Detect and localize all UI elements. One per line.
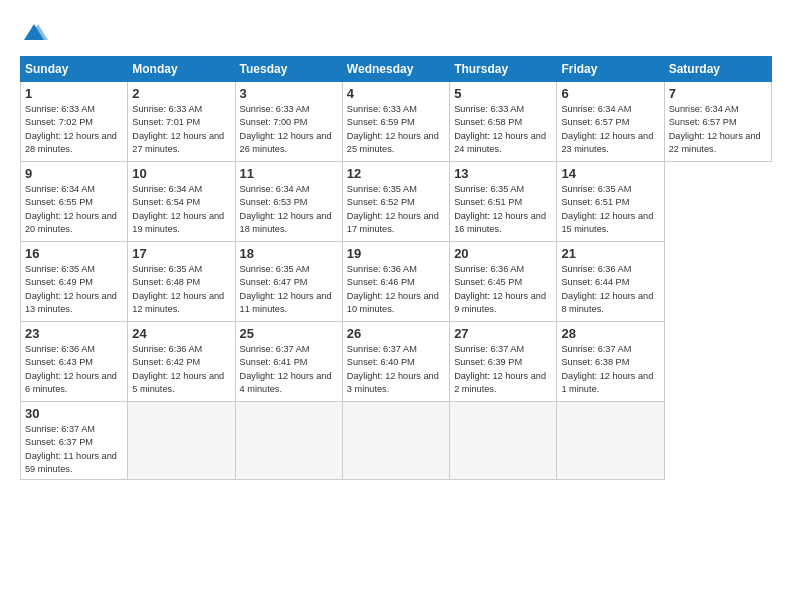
day-number: 5 bbox=[454, 86, 552, 101]
sunset-label: Sunset: 6:58 PM bbox=[454, 117, 522, 127]
day-number: 25 bbox=[240, 326, 338, 341]
calendar-cell: 2Sunrise: 6:33 AMSunset: 7:01 PMDaylight… bbox=[128, 82, 235, 162]
sunset-label: Sunset: 6:57 PM bbox=[561, 117, 629, 127]
daylight-label: Daylight: 12 hours and 26 minutes. bbox=[240, 131, 332, 154]
day-info: Sunrise: 6:33 AMSunset: 7:01 PMDaylight:… bbox=[132, 103, 230, 156]
sunrise-label: Sunrise: 6:37 AM bbox=[25, 424, 95, 434]
sunset-label: Sunset: 6:51 PM bbox=[561, 197, 629, 207]
calendar-cell: 17Sunrise: 6:35 AMSunset: 6:48 PMDayligh… bbox=[128, 242, 235, 322]
day-header-friday: Friday bbox=[557, 57, 664, 82]
day-header-sunday: Sunday bbox=[21, 57, 128, 82]
day-number: 10 bbox=[132, 166, 230, 181]
day-info: Sunrise: 6:36 AMSunset: 6:45 PMDaylight:… bbox=[454, 263, 552, 316]
daylight-label: Daylight: 12 hours and 23 minutes. bbox=[561, 131, 653, 154]
calendar-cell: 30Sunrise: 6:37 AMSunset: 6:37 PMDayligh… bbox=[21, 402, 128, 480]
day-number: 28 bbox=[561, 326, 659, 341]
sunrise-label: Sunrise: 6:34 AM bbox=[240, 184, 310, 194]
calendar-cell: 3Sunrise: 6:33 AMSunset: 7:00 PMDaylight… bbox=[235, 82, 342, 162]
day-info: Sunrise: 6:37 AMSunset: 6:40 PMDaylight:… bbox=[347, 343, 445, 396]
sunset-label: Sunset: 6:40 PM bbox=[347, 357, 415, 367]
sunset-label: Sunset: 6:55 PM bbox=[25, 197, 93, 207]
sunrise-label: Sunrise: 6:36 AM bbox=[347, 264, 417, 274]
day-number: 19 bbox=[347, 246, 445, 261]
calendar-cell: 27Sunrise: 6:37 AMSunset: 6:39 PMDayligh… bbox=[450, 322, 557, 402]
sunrise-label: Sunrise: 6:33 AM bbox=[25, 104, 95, 114]
calendar-cell: 18Sunrise: 6:35 AMSunset: 6:47 PMDayligh… bbox=[235, 242, 342, 322]
calendar-cell: 19Sunrise: 6:36 AMSunset: 6:46 PMDayligh… bbox=[342, 242, 449, 322]
daylight-label: Daylight: 12 hours and 17 minutes. bbox=[347, 211, 439, 234]
daylight-label: Daylight: 12 hours and 20 minutes. bbox=[25, 211, 117, 234]
daylight-label: Daylight: 12 hours and 1 minute. bbox=[561, 371, 653, 394]
sunset-label: Sunset: 6:42 PM bbox=[132, 357, 200, 367]
calendar-cell: 20Sunrise: 6:36 AMSunset: 6:45 PMDayligh… bbox=[450, 242, 557, 322]
sunrise-label: Sunrise: 6:37 AM bbox=[347, 344, 417, 354]
day-number: 27 bbox=[454, 326, 552, 341]
calendar-cell: 11Sunrise: 6:34 AMSunset: 6:53 PMDayligh… bbox=[235, 162, 342, 242]
calendar-cell: 16Sunrise: 6:35 AMSunset: 6:49 PMDayligh… bbox=[21, 242, 128, 322]
sunrise-label: Sunrise: 6:37 AM bbox=[240, 344, 310, 354]
sunrise-label: Sunrise: 6:35 AM bbox=[25, 264, 95, 274]
sunrise-label: Sunrise: 6:37 AM bbox=[454, 344, 524, 354]
calendar-cell: 4Sunrise: 6:33 AMSunset: 6:59 PMDaylight… bbox=[342, 82, 449, 162]
day-number: 20 bbox=[454, 246, 552, 261]
day-number: 23 bbox=[25, 326, 123, 341]
calendar-cell bbox=[235, 402, 342, 480]
sunset-label: Sunset: 6:41 PM bbox=[240, 357, 308, 367]
week-row-2: 9Sunrise: 6:34 AMSunset: 6:55 PMDaylight… bbox=[21, 162, 772, 242]
day-info: Sunrise: 6:35 AMSunset: 6:52 PMDaylight:… bbox=[347, 183, 445, 236]
day-number: 30 bbox=[25, 406, 123, 421]
day-info: Sunrise: 6:33 AMSunset: 6:59 PMDaylight:… bbox=[347, 103, 445, 156]
daylight-label: Daylight: 12 hours and 28 minutes. bbox=[25, 131, 117, 154]
day-number: 2 bbox=[132, 86, 230, 101]
sunrise-label: Sunrise: 6:36 AM bbox=[132, 344, 202, 354]
sunrise-label: Sunrise: 6:33 AM bbox=[347, 104, 417, 114]
calendar-table: SundayMondayTuesdayWednesdayThursdayFrid… bbox=[20, 56, 772, 480]
calendar-cell bbox=[342, 402, 449, 480]
daylight-label: Daylight: 12 hours and 19 minutes. bbox=[132, 211, 224, 234]
day-info: Sunrise: 6:34 AMSunset: 6:57 PMDaylight:… bbox=[561, 103, 659, 156]
sunset-label: Sunset: 6:37 PM bbox=[25, 437, 93, 447]
calendar-cell: 5Sunrise: 6:33 AMSunset: 6:58 PMDaylight… bbox=[450, 82, 557, 162]
day-number: 24 bbox=[132, 326, 230, 341]
day-info: Sunrise: 6:37 AMSunset: 6:37 PMDaylight:… bbox=[25, 423, 123, 476]
calendar-cell bbox=[128, 402, 235, 480]
sunrise-label: Sunrise: 6:36 AM bbox=[454, 264, 524, 274]
daylight-label: Daylight: 12 hours and 10 minutes. bbox=[347, 291, 439, 314]
calendar-cell: 6Sunrise: 6:34 AMSunset: 6:57 PMDaylight… bbox=[557, 82, 664, 162]
sunset-label: Sunset: 7:02 PM bbox=[25, 117, 93, 127]
day-header-saturday: Saturday bbox=[664, 57, 771, 82]
calendar-cell: 23Sunrise: 6:36 AMSunset: 6:43 PMDayligh… bbox=[21, 322, 128, 402]
day-number: 11 bbox=[240, 166, 338, 181]
daylight-label: Daylight: 12 hours and 9 minutes. bbox=[454, 291, 546, 314]
sunset-label: Sunset: 6:47 PM bbox=[240, 277, 308, 287]
sunset-label: Sunset: 6:46 PM bbox=[347, 277, 415, 287]
sunrise-label: Sunrise: 6:37 AM bbox=[561, 344, 631, 354]
daylight-label: Daylight: 12 hours and 5 minutes. bbox=[132, 371, 224, 394]
calendar-cell: 25Sunrise: 6:37 AMSunset: 6:41 PMDayligh… bbox=[235, 322, 342, 402]
day-header-tuesday: Tuesday bbox=[235, 57, 342, 82]
day-number: 1 bbox=[25, 86, 123, 101]
daylight-label: Daylight: 12 hours and 12 minutes. bbox=[132, 291, 224, 314]
sunrise-label: Sunrise: 6:35 AM bbox=[347, 184, 417, 194]
day-info: Sunrise: 6:35 AMSunset: 6:51 PMDaylight:… bbox=[454, 183, 552, 236]
day-number: 14 bbox=[561, 166, 659, 181]
daylight-label: Daylight: 12 hours and 16 minutes. bbox=[454, 211, 546, 234]
sunrise-label: Sunrise: 6:34 AM bbox=[561, 104, 631, 114]
daylight-label: Daylight: 12 hours and 18 minutes. bbox=[240, 211, 332, 234]
calendar-cell: 21Sunrise: 6:36 AMSunset: 6:44 PMDayligh… bbox=[557, 242, 664, 322]
calendar-cell bbox=[450, 402, 557, 480]
sunrise-label: Sunrise: 6:33 AM bbox=[132, 104, 202, 114]
day-info: Sunrise: 6:33 AMSunset: 7:02 PMDaylight:… bbox=[25, 103, 123, 156]
daylight-label: Daylight: 12 hours and 24 minutes. bbox=[454, 131, 546, 154]
day-header-thursday: Thursday bbox=[450, 57, 557, 82]
sunrise-label: Sunrise: 6:36 AM bbox=[561, 264, 631, 274]
day-info: Sunrise: 6:36 AMSunset: 6:46 PMDaylight:… bbox=[347, 263, 445, 316]
day-info: Sunrise: 6:35 AMSunset: 6:47 PMDaylight:… bbox=[240, 263, 338, 316]
daylight-label: Daylight: 12 hours and 4 minutes. bbox=[240, 371, 332, 394]
header bbox=[20, 16, 772, 48]
day-number: 17 bbox=[132, 246, 230, 261]
day-number: 18 bbox=[240, 246, 338, 261]
daylight-label: Daylight: 12 hours and 27 minutes. bbox=[132, 131, 224, 154]
daylight-label: Daylight: 11 hours and 59 minutes. bbox=[25, 451, 117, 474]
logo bbox=[20, 20, 50, 48]
